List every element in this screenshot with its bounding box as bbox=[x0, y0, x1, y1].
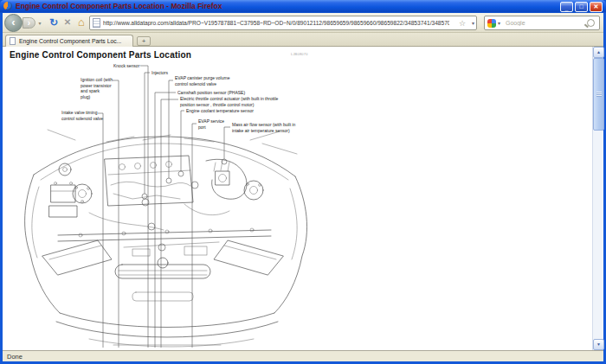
leader-line-evap-service-port bbox=[192, 124, 197, 348]
leader-marker-engine-coolant-temperature-sensor bbox=[178, 171, 184, 176]
bookmark-star-icon[interactable]: ☆ bbox=[459, 18, 466, 29]
tab-engine-control[interactable]: Engine Control Component Parts Loc... bbox=[5, 35, 133, 47]
diagram-label-injectors: Injectors bbox=[152, 70, 168, 75]
window-title: Engine Control Component Parts Location … bbox=[16, 2, 222, 10]
diagram-label-intake-valve-timing-control-solenoid-valve: Intake valve timingcontrol solenoid valv… bbox=[61, 110, 103, 121]
window-controls: _ □ ✕ bbox=[560, 2, 603, 12]
diagram-label-evap-canister-purge-volume-control-solenoid-valve: EVAP canister purge volumecontrol soleno… bbox=[175, 75, 230, 86]
leader-line-mass-air-flow-sensor bbox=[224, 127, 230, 159]
search-input[interactable] bbox=[506, 17, 580, 29]
figure-code: LJB08070 bbox=[291, 52, 308, 56]
status-text: Done bbox=[7, 353, 23, 361]
scrollbar-thumb[interactable] bbox=[593, 58, 604, 131]
diagram-label-engine-coolant-temperature-sensor: Engine coolant temperature sensor bbox=[186, 108, 254, 113]
minimize-button[interactable]: _ bbox=[560, 2, 573, 12]
back-button[interactable]: ‹ bbox=[4, 14, 23, 32]
leader-line-camshaft-position-sensor bbox=[155, 93, 176, 348]
vertical-scrollbar[interactable]: ▲ ▼ bbox=[592, 47, 603, 350]
navigation-toolbar: ‹ › ▾ ↻ ✕ ⌂ ☆ ▾ ▾ bbox=[3, 13, 603, 33]
leader-line-injectors bbox=[145, 73, 150, 194]
google-engine-icon[interactable] bbox=[487, 19, 496, 28]
status-bar: Done bbox=[3, 350, 603, 361]
diagram-label-ignition-coil: Ignition coil (withpower transistorand s… bbox=[81, 77, 113, 99]
diagram-label-electric-throttle-control-actuator: Electric throttle control actuator (with… bbox=[180, 96, 279, 107]
new-tab-button[interactable]: + bbox=[137, 36, 151, 46]
leader-line-intake-valve-timing-control-solenoid-valve bbox=[98, 113, 103, 348]
leader-line-evap-canister-purge-volume-control-solenoid-valve bbox=[169, 80, 173, 178]
tab-favicon-icon bbox=[10, 37, 16, 45]
tab-bar: Engine Control Component Parts Loc... + bbox=[3, 33, 603, 47]
leader-marker-evap-canister-purge-volume-control-solenoid-valve bbox=[166, 178, 171, 183]
leader-line-knock-sensor bbox=[140, 66, 148, 348]
url-input[interactable] bbox=[103, 17, 449, 29]
firefox-icon bbox=[3, 2, 12, 10]
forward-button[interactable]: › bbox=[23, 17, 35, 29]
leader-line-engine-coolant-temperature-sensor bbox=[181, 111, 184, 171]
minimize-icon: _ bbox=[561, 4, 572, 13]
close-button[interactable]: ✕ bbox=[590, 2, 603, 12]
history-dropdown-icon[interactable]: ▾ bbox=[36, 19, 43, 28]
refresh-button[interactable]: ↻ bbox=[47, 16, 61, 29]
tab-label: Engine Control Component Parts Loc... bbox=[19, 38, 121, 44]
browser-window: Engine Control Component Parts Location … bbox=[0, 0, 606, 364]
page-content: Engine Control Component Parts Location … bbox=[3, 47, 592, 350]
car-artwork bbox=[25, 130, 307, 347]
diagram-label-knock-sensor: Knock sensor bbox=[113, 63, 140, 68]
engine-diagram: Knock sensorInjectorsIgnition coil (with… bbox=[3, 57, 323, 350]
search-icon[interactable] bbox=[587, 19, 595, 27]
url-dropdown-icon[interactable]: ▾ bbox=[472, 20, 474, 28]
leader-marker-injectors bbox=[142, 194, 147, 199]
diagram-label-camshaft-position-sensor: Camshaft position sensor (PHASE) bbox=[177, 90, 245, 95]
url-bar[interactable]: ☆ ▾ bbox=[89, 16, 477, 30]
diagram-labels: Knock sensorInjectorsIgnition coil (with… bbox=[61, 63, 296, 348]
search-box[interactable]: ▾ bbox=[484, 16, 600, 30]
window-titlebar[interactable]: Engine Control Component Parts Location … bbox=[0, 0, 606, 13]
stop-button[interactable]: ✕ bbox=[61, 16, 74, 29]
scroll-up-button[interactable]: ▲ bbox=[593, 47, 604, 58]
maximize-button[interactable]: □ bbox=[575, 2, 588, 12]
page-favicon-icon bbox=[93, 18, 100, 28]
scroll-down-button[interactable]: ▼ bbox=[593, 339, 604, 350]
search-engine-dropdown-icon[interactable]: ▾ bbox=[498, 20, 500, 26]
diagram-label-evap-service-port: EVAP serviceport bbox=[198, 118, 224, 130]
leader-line-ignition-coil bbox=[113, 80, 119, 348]
home-button[interactable]: ⌂ bbox=[74, 15, 88, 30]
diagram-label-mass-air-flow-sensor: Mass air flow sensor (with built inintak… bbox=[232, 122, 296, 133]
